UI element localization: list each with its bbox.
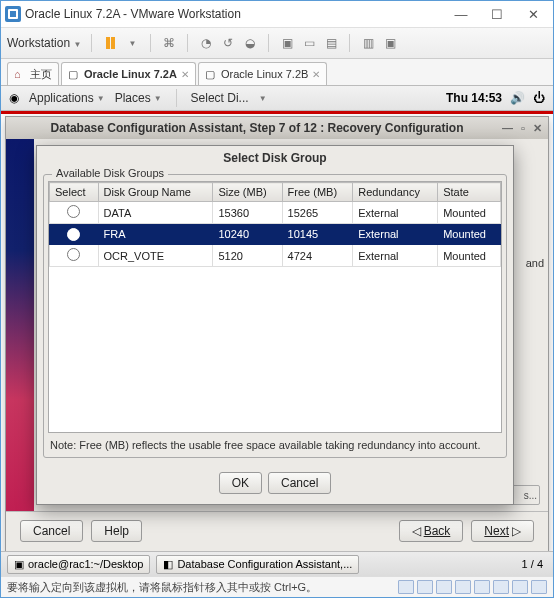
guest-desktop: ◉ Applications ▼ Places ▼ Select Di...▼ …	[1, 86, 553, 576]
table-row[interactable]: OCR_VOTE51204724ExternalMounted	[50, 245, 501, 267]
col-size[interactable]: Size (MB)	[213, 183, 282, 202]
tab-vm-a[interactable]: ▢ Oracle Linux 7.2A ✕	[61, 62, 196, 85]
vm-tabs: ⌂ 主页 ▢ Oracle Linux 7.2A ✕ ▢ Oracle Linu…	[1, 59, 553, 86]
thumbnail-icon[interactable]: ▤	[323, 35, 339, 51]
send-keys-icon[interactable]: ⌘	[161, 35, 177, 51]
volume-icon[interactable]: 🔊	[510, 91, 525, 105]
gnome-top-bar: ◉ Applications ▼ Places ▼ Select Di...▼ …	[1, 86, 553, 111]
manage-snapshots-icon[interactable]: ◒	[242, 35, 258, 51]
revert-icon[interactable]: ↺	[220, 35, 236, 51]
cell-state: Mounted	[438, 202, 501, 224]
fullscreen-icon[interactable]: ▣	[279, 35, 295, 51]
vmware-status-bar: 要将输入定向到该虚拟机，请将鼠标指针移入其中或按 Ctrl+G。	[1, 576, 553, 597]
cell-name: DATA	[98, 202, 213, 224]
cell-free: 4724	[282, 245, 353, 267]
cell-redundancy: External	[353, 224, 438, 245]
console-icon[interactable]: ▣	[382, 35, 398, 51]
cell-size: 5120	[213, 245, 282, 267]
ok-button[interactable]: OK	[219, 472, 262, 494]
gnome-taskbar: ▣oracle@rac1:~/Desktop ◧Database Configu…	[1, 551, 553, 576]
library-icon[interactable]: ▥	[360, 35, 376, 51]
cancel-button[interactable]: Cancel	[268, 472, 331, 494]
taskbar-dbca[interactable]: ◧Database Configuration Assistant,...	[156, 555, 359, 574]
maximize-button[interactable]: ☐	[485, 5, 509, 23]
power-icon[interactable]: ⏻	[533, 91, 545, 105]
vmware-title-bar: Oracle Linux 7.2A - VMware Workstation —…	[1, 1, 553, 28]
back-button[interactable]: ◁ Back	[399, 520, 464, 542]
taskbar-terminal[interactable]: ▣oracle@rac1:~/Desktop	[7, 555, 150, 574]
places-menu[interactable]: Places ▼	[115, 91, 162, 105]
tab-vm-b[interactable]: ▢ Oracle Linux 7.2B ✕	[198, 62, 327, 85]
vm-icon: ▢	[68, 68, 80, 80]
radio-select[interactable]	[67, 205, 80, 218]
power-dropdown-icon[interactable]: ▼	[124, 35, 140, 51]
maximize-button[interactable]: ▫	[521, 122, 525, 135]
cell-redundancy: External	[353, 245, 438, 267]
distro-icon: ◉	[9, 91, 19, 105]
pause-icon[interactable]	[102, 35, 118, 51]
cell-name: OCR_VOTE	[98, 245, 213, 267]
table-row[interactable]: FRA1024010145ExternalMounted	[50, 224, 501, 245]
available-disk-groups-fieldset: Available Disk Groups Select Disk Group …	[43, 174, 507, 458]
cell-size: 10240	[213, 224, 282, 245]
cell-state: Mounted	[438, 245, 501, 267]
cell-name: FRA	[98, 224, 213, 245]
cancel-button[interactable]: Cancel	[20, 520, 83, 542]
col-select[interactable]: Select	[50, 183, 99, 202]
select-disk-group-dialog: Select Disk Group Available Disk Groups …	[36, 145, 514, 505]
device-status-icons[interactable]	[398, 580, 547, 594]
dbca-window: Database Configuration Assistant, Step 7…	[5, 116, 549, 554]
footnote: Note: Free (MB) reflects the usable free…	[50, 439, 500, 451]
col-free[interactable]: Free (MB)	[282, 183, 353, 202]
cell-free: 10145	[282, 224, 353, 245]
vm-icon: ▢	[205, 68, 217, 80]
snapshot-icon[interactable]: ◔	[198, 35, 214, 51]
radio-select[interactable]	[67, 228, 80, 241]
disk-group-table[interactable]: Select Disk Group Name Size (MB) Free (M…	[48, 181, 502, 433]
unity-icon[interactable]: ▭	[301, 35, 317, 51]
col-name[interactable]: Disk Group Name	[98, 183, 213, 202]
next-button[interactable]: Next ▷	[471, 520, 534, 542]
workspace-indicator[interactable]: 1 / 4	[522, 558, 547, 570]
dbca-footer: Cancel Help ◁ Back Next ▷	[6, 511, 548, 550]
accent-stripe	[1, 111, 553, 114]
help-button[interactable]: Help	[91, 520, 142, 542]
close-button[interactable]: ✕	[521, 5, 545, 23]
home-icon: ⌂	[14, 68, 26, 80]
dbca-title-bar: Database Configuration Assistant, Step 7…	[6, 117, 548, 139]
cell-state: Mounted	[438, 224, 501, 245]
vmware-toolbar: Workstation ▼ ▼ ⌘ ◔ ↺ ◒ ▣ ▭ ▤ ▥ ▣	[1, 28, 553, 59]
workstation-menu[interactable]: Workstation ▼	[7, 36, 81, 50]
cell-size: 15360	[213, 202, 282, 224]
minimize-button[interactable]: —	[449, 5, 473, 23]
minimize-button[interactable]: —	[502, 122, 513, 135]
cell-redundancy: External	[353, 202, 438, 224]
close-icon[interactable]: ✕	[181, 69, 189, 80]
status-text: 要将输入定向到该虚拟机，请将鼠标指针移入其中或按 Ctrl+G。	[7, 580, 317, 595]
wizard-sidebar-graphic	[6, 139, 34, 511]
col-state[interactable]: State	[438, 183, 501, 202]
tab-home[interactable]: ⌂ 主页	[7, 62, 59, 85]
cell-free: 15265	[282, 202, 353, 224]
window-title: Oracle Linux 7.2A - VMware Workstation	[25, 7, 445, 21]
radio-select[interactable]	[67, 248, 80, 261]
terminal-icon: ▣	[14, 558, 24, 571]
active-app-title[interactable]: Select Di...	[191, 91, 249, 105]
app-icon: ◧	[163, 558, 173, 571]
applications-menu[interactable]: Applications ▼	[29, 91, 105, 105]
vmware-logo-icon	[5, 6, 21, 22]
col-redundancy[interactable]: Redundancy	[353, 183, 438, 202]
svg-rect-2	[10, 11, 16, 17]
clock[interactable]: Thu 14:53	[446, 91, 502, 105]
close-icon[interactable]: ✕	[312, 69, 320, 80]
close-button[interactable]: ✕	[533, 122, 542, 135]
table-row[interactable]: DATA1536015265ExternalMounted	[50, 202, 501, 224]
